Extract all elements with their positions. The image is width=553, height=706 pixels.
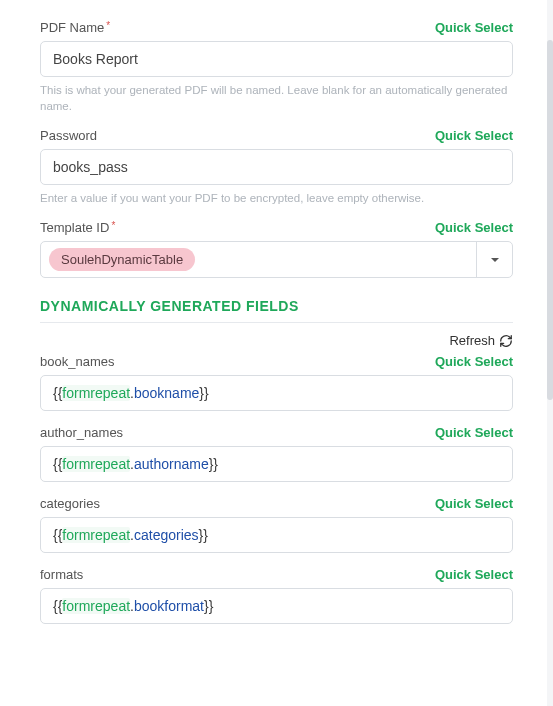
- dynamic-field-formats: formatsQuick Select{{formrepeat.bookform…: [40, 567, 513, 624]
- required-indicator: *: [106, 20, 110, 31]
- pdf-name-help: This is what your generated PDF will be …: [40, 82, 513, 114]
- template-id-select[interactable]: SoulehDynamicTable: [40, 241, 513, 278]
- dynamic-field-quick-select[interactable]: Quick Select: [435, 354, 513, 369]
- pdf-name-quick-select[interactable]: Quick Select: [435, 20, 513, 35]
- refresh-icon: [499, 334, 513, 348]
- scrollbar-track[interactable]: [547, 0, 553, 706]
- dynamic-field-input[interactable]: {{formrepeat.authorname}}: [40, 446, 513, 482]
- template-id-selected[interactable]: SoulehDynamicTable: [41, 242, 476, 277]
- dynamic-field-label: categories: [40, 496, 100, 511]
- pdf-name-field: PDF Name* Quick Select This is what your…: [40, 20, 513, 114]
- dynamic-fields-heading: DYNAMICALLY GENERATED FIELDS: [40, 298, 513, 314]
- scrollbar-thumb[interactable]: [547, 40, 553, 400]
- dynamic-field-input[interactable]: {{formrepeat.bookformat}}: [40, 588, 513, 624]
- pdf-name-label: PDF Name*: [40, 20, 110, 35]
- dynamic-field-input[interactable]: {{formrepeat.bookname}}: [40, 375, 513, 411]
- dynamic-field-input[interactable]: {{formrepeat.categories}}: [40, 517, 513, 553]
- password-help: Enter a value if you want your PDF to be…: [40, 190, 513, 206]
- dynamic-field-categories: categoriesQuick Select{{formrepeat.categ…: [40, 496, 513, 553]
- password-label: Password: [40, 128, 97, 143]
- dynamic-field-author_names: author_namesQuick Select{{formrepeat.aut…: [40, 425, 513, 482]
- dynamic-field-quick-select[interactable]: Quick Select: [435, 567, 513, 582]
- required-indicator: *: [111, 220, 115, 231]
- dynamic-field-label: author_names: [40, 425, 123, 440]
- template-id-pill: SoulehDynamicTable: [49, 248, 195, 271]
- chevron-down-icon: [491, 258, 499, 262]
- dynamic-field-quick-select[interactable]: Quick Select: [435, 496, 513, 511]
- pdf-name-input[interactable]: [40, 41, 513, 77]
- refresh-button[interactable]: Refresh: [40, 333, 513, 348]
- section-divider: [40, 322, 513, 323]
- password-quick-select[interactable]: Quick Select: [435, 128, 513, 143]
- template-id-caret[interactable]: [476, 242, 512, 277]
- template-id-field: Template ID* Quick Select SoulehDynamicT…: [40, 220, 513, 278]
- refresh-label: Refresh: [449, 333, 495, 348]
- dynamic-field-quick-select[interactable]: Quick Select: [435, 425, 513, 440]
- template-id-label: Template ID*: [40, 220, 115, 235]
- dynamic-field-book_names: book_namesQuick Select{{formrepeat.bookn…: [40, 354, 513, 411]
- password-field: Password Quick Select Enter a value if y…: [40, 128, 513, 206]
- dynamic-field-label: book_names: [40, 354, 114, 369]
- password-input[interactable]: [40, 149, 513, 185]
- template-id-quick-select[interactable]: Quick Select: [435, 220, 513, 235]
- dynamic-field-label: formats: [40, 567, 83, 582]
